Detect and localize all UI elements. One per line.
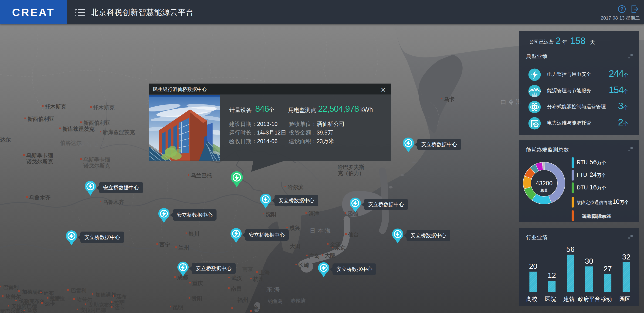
svg-text:廷布: 廷布	[116, 294, 127, 300]
svg-text:巴雷利: 巴雷利	[3, 284, 19, 290]
svg-text:安拉阿巴德: 安拉阿巴德	[80, 307, 106, 313]
svg-text:乌斯季卡缅: 乌斯季卡缅	[83, 157, 110, 163]
svg-text:日本海: 日本海	[310, 227, 333, 234]
svg-text:银川: 银川	[188, 231, 199, 237]
svg-text:哈尔滨: 哈尔滨	[288, 184, 304, 190]
svg-text:廷布: 廷布	[43, 290, 54, 296]
svg-text:咸兴: 咸兴	[289, 225, 300, 231]
svg-text:重庆: 重庆	[192, 280, 203, 286]
svg-text:伯洛达尔: 伯洛达尔	[60, 140, 82, 146]
svg-text:乌鲁木齐: 乌鲁木齐	[29, 195, 50, 201]
svg-text:福州: 福州	[237, 297, 248, 303]
svg-text:东京: 东京	[334, 245, 346, 251]
svg-text:仙台: 仙台	[348, 232, 359, 238]
svg-text:昆明: 昆明	[173, 304, 184, 310]
svg-text:兰州: 兰州	[178, 245, 189, 251]
svg-text:清津: 清津	[308, 211, 319, 217]
svg-text:杭州: 杭州	[253, 276, 264, 282]
svg-text:新库兹涅茨克: 新库兹涅茨克	[102, 129, 135, 135]
svg-text:克（伯力）: 克（伯力）	[337, 170, 364, 176]
svg-text:新库兹涅茨克: 新库兹涅茨克	[62, 126, 94, 132]
svg-text:沈阳: 沈阳	[266, 211, 276, 217]
svg-text:43200: 43200	[536, 180, 552, 187]
svg-text:乌斯季卡缅: 乌斯季卡缅	[26, 152, 53, 158]
svg-text:坎普尔: 坎普尔	[5, 294, 21, 300]
svg-text:贾巴尔普尔: 贾巴尔普尔	[0, 308, 26, 313]
svg-text:达卡: 达卡	[114, 305, 125, 311]
svg-text:诺戈尔斯克: 诺戈尔斯克	[83, 163, 110, 169]
svg-text:长崎: 长崎	[298, 262, 309, 268]
svg-text:新西伯利亚: 新西伯利亚	[83, 120, 110, 126]
svg-text:东海: 东海	[266, 286, 282, 293]
svg-text:哈巴罗夫斯: 哈巴罗夫斯	[338, 164, 364, 170]
svg-text:台北: 台北	[253, 305, 264, 311]
svg-text:乌兰巴托: 乌兰巴托	[190, 172, 212, 179]
svg-text:新西伯利亚: 新西伯利亚	[27, 116, 54, 122]
svg-text:阿格拉: 阿格拉	[49, 296, 65, 301]
svg-text:?: ?	[620, 6, 624, 12]
svg-text:大田: 大田	[290, 243, 300, 249]
svg-text:南昌: 南昌	[231, 286, 242, 292]
svg-text:托木斯克: 托木斯克	[45, 104, 66, 110]
svg-text:大阪: 大阪	[325, 253, 336, 259]
svg-text:加德满都: 加德满都	[95, 292, 116, 298]
svg-text:托木斯克: 托木斯克	[93, 104, 114, 111]
svg-text:赤尾屿: 赤尾屿	[290, 298, 306, 304]
svg-text:钓鱼岛: 钓鱼岛	[268, 299, 283, 304]
svg-text:巴雷利: 巴雷利	[71, 288, 86, 294]
svg-text:诺戈尔斯克: 诺戈尔斯克	[26, 158, 53, 165]
svg-text:兰契: 兰契	[27, 308, 38, 313]
svg-text:乌鲁木齐: 乌鲁木齐	[102, 199, 124, 205]
svg-text:南京: 南京	[242, 266, 253, 272]
svg-text:达尔: 达尔	[0, 137, 11, 143]
svg-text:广岛: 广岛	[309, 253, 320, 259]
svg-text:乌卡: 乌卡	[444, 96, 454, 102]
svg-text:达卡: 达卡	[45, 301, 55, 307]
svg-text:总量: 总量	[540, 189, 548, 192]
svg-text:西宁: 西宁	[159, 242, 170, 248]
svg-text:武汉: 武汉	[231, 275, 242, 281]
svg-text:上海: 上海	[259, 270, 270, 276]
svg-text:加德满都: 加德满都	[22, 289, 42, 295]
svg-text:福洛达尔: 福洛达尔	[79, 141, 108, 147]
svg-text:贵阳: 贵阳	[192, 295, 202, 301]
